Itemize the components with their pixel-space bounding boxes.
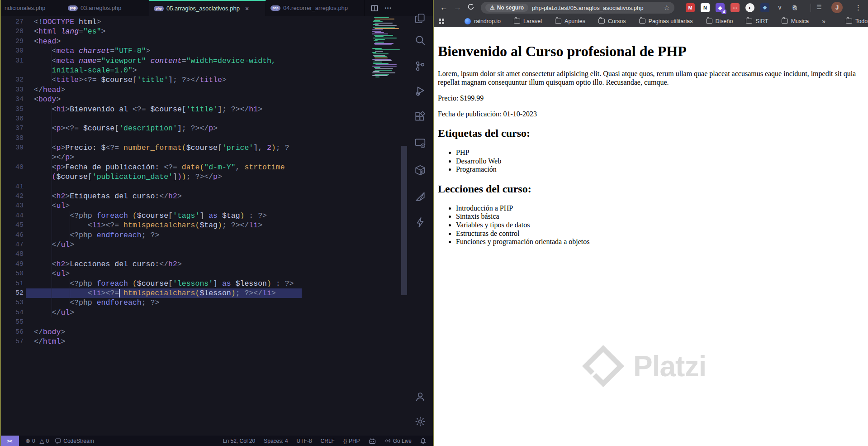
bookmark-item[interactable]: » (822, 18, 825, 25)
notifications-bell[interactable] (420, 438, 426, 444)
editor-scrollbar[interactable] (401, 146, 407, 295)
code-line[interactable]: 53 <?php endforeach; ?> (0, 298, 407, 307)
code-line[interactable]: 40 <p>Fecha de publicación: <?= date("d-… (0, 163, 407, 172)
code-line[interactable]: ></p> (0, 153, 407, 162)
code-line[interactable]: 57</html> (0, 337, 407, 346)
eol-status[interactable]: CRLF (321, 438, 335, 444)
code-line[interactable]: 45 <li><?= htmlspecialchars($tag); ?></l… (0, 221, 407, 230)
code-line[interactable]: 36 (0, 114, 407, 124)
bookmark-item[interactable]: SIRT (746, 18, 768, 24)
minimap[interactable] (372, 17, 401, 81)
line-number: 47 (0, 240, 24, 249)
editor-tab[interactable]: php05.arraglos_asociativos.php× (149, 0, 266, 16)
run-debug-icon[interactable] (414, 85, 427, 98)
editor-tab[interactable]: ndicionales.php (0, 0, 63, 16)
editor-tab[interactable]: php04.recorrer_arreglos.php (266, 0, 365, 16)
language-status[interactable]: {} PHP (343, 438, 360, 444)
bookmark-label: Diseño (716, 18, 733, 24)
bookmark-item[interactable]: Paginas utilitarias (639, 18, 693, 24)
ports-status[interactable] (369, 438, 376, 444)
code-line[interactable]: 54 </ul> (0, 308, 407, 317)
browser-menu-icon[interactable]: ⋮ (855, 4, 862, 12)
code-line[interactable]: 49 <h2>Lecciones del curso:</h2> (0, 259, 407, 269)
settings-icon[interactable] (414, 416, 427, 428)
editor-tab[interactable]: php03.arreglos.php (63, 0, 149, 16)
code-line[interactable]: 41 (0, 182, 407, 192)
code-line[interactable]: 55 (0, 317, 407, 327)
code-line[interactable]: 29<head> (0, 37, 407, 46)
go-live-button[interactable]: Go Live (384, 438, 412, 444)
profile-avatar[interactable]: J (831, 2, 843, 13)
line-number: 56 (0, 327, 24, 337)
forward-button[interactable]: → (454, 3, 461, 12)
code-line[interactable]: 42 <h2>Etiquetas del curso:</h2> (0, 192, 407, 201)
shield-extension-icon[interactable]: ❖ (760, 3, 769, 12)
clipboard-extension-icon[interactable]: ⎘ (790, 3, 799, 12)
red-dots-extension-icon[interactable]: ⋯ (730, 3, 740, 12)
bookmark-item[interactable]: Laravel (514, 18, 542, 24)
code-line[interactable]: 50 <ul> (0, 269, 407, 278)
code-editor[interactable]: 27<!DOCTYPE html>28<html lang="es">29<he… (0, 16, 407, 429)
codestream-status[interactable]: CodeStream (55, 438, 94, 444)
yin-yang-extension-icon[interactable]: ◐ (745, 3, 754, 12)
code-line[interactable]: 34<body> (0, 95, 407, 104)
problems-indicator[interactable]: ⊗ 0 △ 0 (25, 437, 49, 444)
bookmark-star-icon[interactable]: ☆ (664, 4, 670, 12)
code-line[interactable]: 56</body> (0, 327, 407, 337)
code-line[interactable]: 35 <h1>Bienvenido al <?= $course['title'… (0, 105, 407, 114)
web-page: Bienvenido al Curso profesional de PHP L… (434, 27, 868, 446)
extensions-icon[interactable] (414, 111, 427, 124)
bookmark-item[interactable]: Diseño (706, 18, 733, 24)
code-line[interactable]: 32 <title><?= $course['title']; ?></titl… (0, 75, 407, 85)
bookmark-item[interactable]: Apuntes (555, 18, 585, 24)
code-line[interactable]: 27<!DOCTYPE html> (0, 17, 407, 27)
code-line[interactable]: ($course['publication_date'])); ?></p> (0, 172, 407, 182)
v-extension-icon[interactable]: V (775, 3, 784, 12)
code-line[interactable]: 37 <p><?= $course['description']; ?></p> (0, 124, 407, 133)
security-chip[interactable]: ⚠ No seguro (485, 4, 528, 12)
url-text[interactable]: php-platzi.test/05.arraglos_asociativos.… (532, 5, 660, 11)
code-line-current[interactable]: 52 <li><?= htmlspecialchars($lesson); ?>… (0, 288, 407, 298)
code-line[interactable]: initial-scale=1.0"> (0, 66, 407, 75)
notion-extension-icon[interactable]: N (701, 3, 710, 12)
cursor-position[interactable]: Ln 52, Col 20 (223, 438, 255, 444)
code-line[interactable]: 39 <p>Precio: $<?= number_format($course… (0, 143, 407, 153)
search-icon[interactable] (414, 34, 427, 47)
code-line[interactable]: 43 <ul> (0, 201, 407, 211)
code-line[interactable]: 44 <?php foreach ($course['tags'] as $ta… (0, 211, 407, 221)
warning-icon: ⚠ (490, 5, 495, 11)
code-line[interactable]: 46 <?php endforeach; ?> (0, 230, 407, 240)
split-editor-icon[interactable] (371, 5, 378, 12)
code-line[interactable]: 28<html lang="es"> (0, 27, 407, 36)
live-preview-icon[interactable] (414, 137, 427, 150)
pyramid-icon[interactable] (414, 191, 427, 203)
encoding-status[interactable]: UTF-8 (297, 438, 312, 444)
meta-extension-icon[interactable]: M (686, 3, 695, 12)
more-actions-icon[interactable]: ··· (384, 4, 392, 12)
bookmark-item[interactable]: Todos los favoritos (846, 18, 868, 24)
account-icon[interactable] (414, 391, 427, 403)
code-line[interactable]: 38 (0, 134, 407, 143)
code-line[interactable]: 47 </ul> (0, 240, 407, 249)
tune-icon[interactable]: ☰ (816, 4, 822, 10)
source-control-icon[interactable] (414, 60, 427, 73)
bookmark-apps-icon[interactable] (439, 19, 444, 24)
remote-indicator[interactable]: >< (0, 436, 19, 446)
thunder-icon[interactable] (414, 216, 427, 229)
address-bar[interactable]: ⚠ No seguro php-platzi.test/05.arraglos_… (481, 2, 674, 14)
code-line[interactable]: 33</head> (0, 85, 407, 95)
reload-button[interactable] (467, 3, 474, 13)
indentation-status[interactable]: Spaces: 4 (264, 438, 288, 444)
purple-diamond-extension-icon[interactable]: ◆4 (716, 3, 725, 12)
code-line[interactable]: 31 <meta name="viewport" content="width=… (0, 56, 407, 66)
bookmark-item[interactable]: raindrop.io (465, 18, 501, 24)
close-tab-icon[interactable]: × (245, 5, 249, 12)
back-button[interactable]: ← (440, 3, 448, 12)
bookmark-item[interactable]: Musica (782, 18, 809, 24)
bookmark-item[interactable]: Cursos (598, 18, 626, 24)
code-line[interactable]: 48 (0, 249, 407, 259)
code-line[interactable]: 30 <meta charset="UTF-8"> (0, 46, 407, 56)
code-line[interactable]: 51 <?php foreach ($course['lessons'] as … (0, 279, 407, 288)
container-icon[interactable] (414, 164, 427, 177)
explorer-icon[interactable] (414, 13, 427, 25)
